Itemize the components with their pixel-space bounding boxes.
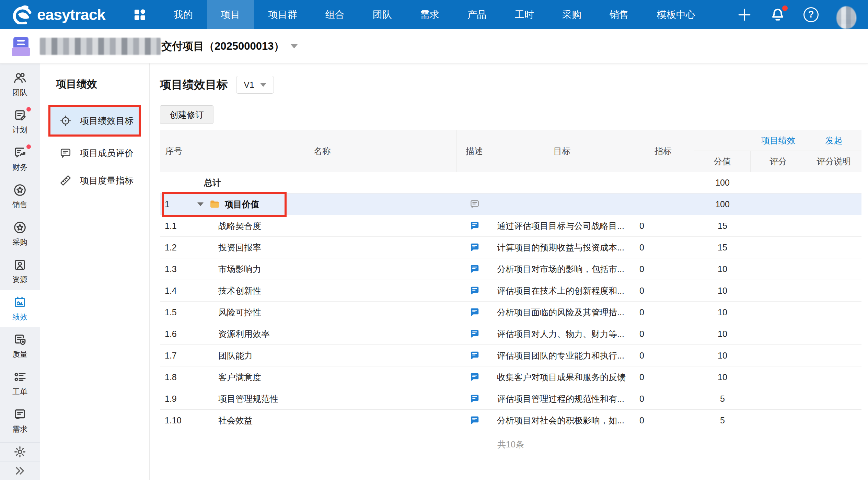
plan-icon <box>13 108 27 122</box>
col-header-desc: 描述 <box>457 130 492 172</box>
nav-item-procurement[interactable]: 采购 <box>548 0 595 29</box>
row-rating <box>751 366 806 388</box>
row-seq: 1.10 <box>160 410 188 431</box>
description-comment-icon[interactable] <box>470 350 480 361</box>
nav-item-portfolio[interactable]: 组合 <box>311 0 359 29</box>
row-indicator: 0 <box>632 345 694 366</box>
row-name: 社会效益 <box>188 410 457 431</box>
row-indicator: 0 <box>632 366 694 388</box>
row-rating-note <box>806 258 861 280</box>
description-comment-icon[interactable] <box>470 221 480 231</box>
brand-swoosh-icon <box>12 5 33 24</box>
settings-gear-icon[interactable] <box>0 443 40 461</box>
row-goal: 收集客户对项目成果和服务的反馈 <box>492 366 632 388</box>
page-header: 项目绩效目标 V1 <box>160 76 868 94</box>
table-row-parent[interactable]: 1 项目价值 <box>160 194 861 215</box>
version-select[interactable]: V1 <box>236 76 274 94</box>
table-row: 1.7 团队能力 评估项目团队的专业能力和执行... 0 <box>160 345 861 366</box>
description-comment-icon[interactable] <box>470 329 480 339</box>
row-score: 10 <box>694 323 751 344</box>
project-performance-link[interactable]: 项目绩效 <box>761 135 796 146</box>
description-comment-icon[interactable] <box>470 394 480 404</box>
row-rating-note <box>806 280 861 301</box>
rail-item-plan[interactable]: 计划 <box>0 103 40 140</box>
rail-item-finance[interactable]: 财务 <box>0 140 40 178</box>
row-goal: 分析项目对市场的影响，包括市... <box>492 258 632 280</box>
nav-item-my[interactable]: 我的 <box>160 0 207 29</box>
performance-submenu: 项目绩效 项目绩效目标 项目成员评价 项目度量指标 <box>40 63 150 480</box>
submenu-item-performance-goals[interactable]: 项目绩效目标 <box>48 105 141 137</box>
row-indicator: 0 <box>632 215 694 236</box>
col-header-indicator: 指标 <box>632 130 694 172</box>
rail-item-performance[interactable]: 绩效 <box>0 290 40 327</box>
nav-item-requirement[interactable]: 需求 <box>406 0 453 29</box>
row-score: 10 <box>694 302 751 323</box>
app-grid-icon[interactable] <box>133 8 147 22</box>
nav-item-timesheet[interactable]: 工时 <box>501 0 548 29</box>
row-seq: 1.7 <box>160 345 188 366</box>
notification-bell-icon[interactable] <box>770 7 786 23</box>
row-rating-note <box>806 237 861 258</box>
row-indicator: 0 <box>632 237 694 258</box>
rail-item-requirement[interactable]: 需求 <box>0 402 40 440</box>
description-comment-icon[interactable] <box>470 264 480 274</box>
description-comment-icon[interactable] <box>470 415 480 425</box>
row-score: 15 <box>694 215 751 236</box>
rail-item-team[interactable]: 团队 <box>0 66 40 103</box>
rail-item-resource[interactable]: 资源 <box>0 253 40 290</box>
nav-item-product[interactable]: 产品 <box>453 0 501 29</box>
requirement-icon <box>13 407 27 422</box>
submenu-item-member-evaluation[interactable]: 项目成员评价 <box>48 139 141 167</box>
collapse-chevrons-icon[interactable] <box>0 461 40 480</box>
row-score: 15 <box>694 237 751 258</box>
row-rating <box>751 215 806 236</box>
table-row: 1.4 技术创新性 评估项目在技术上的创新程度和... 0 <box>160 280 861 302</box>
notification-dot <box>26 144 31 149</box>
row-goal: 评估项目团队的专业能力和执行... <box>492 345 632 366</box>
row-goal: 评估项目管理过程的规范性和有... <box>492 388 632 409</box>
description-comment-icon[interactable] <box>470 372 480 382</box>
nav-item-team[interactable]: 团队 <box>359 0 406 29</box>
row-name: 项目管理规范性 <box>188 388 457 409</box>
row-indicator: 0 <box>632 410 694 431</box>
row-score: 5 <box>694 388 751 409</box>
nav-item-program[interactable]: 项目群 <box>254 0 311 29</box>
expand-caret-icon[interactable] <box>197 202 204 206</box>
project-header-bar: 交付项目（2025000013） <box>0 29 868 63</box>
table-header: 序号 名称 描述 目标 指标 项目绩效 发起 分值 评分 评分说明 <box>160 130 861 172</box>
submenu-item-metrics[interactable]: 项目度量指标 <box>48 167 141 194</box>
row-indicator: 0 <box>632 323 694 344</box>
table-row: 1.1 战略契合度 通过评估项目目标与公司战略目... 0 <box>160 215 861 237</box>
description-comment-icon[interactable] <box>470 285 480 296</box>
table-row: 1.10 社会效益 分析项目对社会的积极影响，如... 0 <box>160 410 861 431</box>
rail-item-procurement[interactable]: 采购 <box>0 215 40 253</box>
ticket-icon <box>13 370 27 384</box>
row-indicator: 0 <box>632 280 694 301</box>
nav-item-sales[interactable]: 销售 <box>595 0 643 29</box>
help-icon[interactable]: ? <box>803 7 819 22</box>
brand-logo[interactable]: easytrack <box>12 5 105 24</box>
description-comment-icon[interactable] <box>470 199 480 209</box>
team-icon <box>13 71 27 85</box>
nav-item-project[interactable]: 项目 <box>207 0 254 29</box>
col-header-seq: 序号 <box>160 130 188 172</box>
rail-item-ticket[interactable]: 工单 <box>0 365 40 402</box>
col-header-score: 分值 <box>694 151 751 172</box>
initiate-link[interactable]: 发起 <box>825 135 843 146</box>
rail-item-sales[interactable]: 销售 <box>0 178 40 215</box>
description-comment-icon[interactable] <box>470 242 480 253</box>
create-revision-button[interactable]: 创建修订 <box>160 105 213 124</box>
project-switcher-caret-icon[interactable] <box>290 44 298 48</box>
row-rating-note <box>806 345 861 366</box>
description-comment-icon[interactable] <box>470 307 480 317</box>
project-name-redacted <box>40 38 161 55</box>
row-name: 投资回报率 <box>188 237 457 258</box>
create-plus-icon[interactable] <box>737 7 752 22</box>
nav-item-template-center[interactable]: 模板中心 <box>643 0 709 29</box>
rail-item-quality[interactable]: 质量 <box>0 327 40 365</box>
row-rating-note <box>806 388 861 409</box>
project-title[interactable]: 交付项目（2025000013） <box>161 39 284 54</box>
row-indicator: 0 <box>632 388 694 409</box>
row-goal: 评估项目对人力、物力、财力等... <box>492 323 632 344</box>
user-avatar[interactable] <box>836 6 856 29</box>
